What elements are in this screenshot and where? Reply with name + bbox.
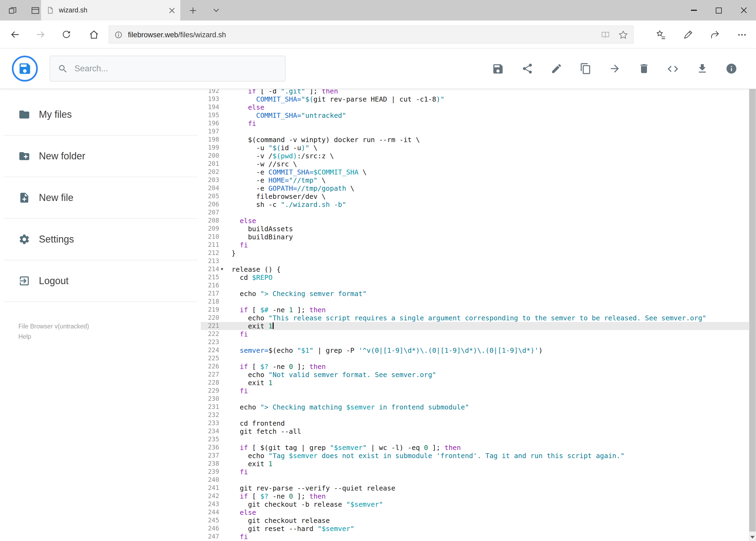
page-info-icon[interactable] — [115, 31, 123, 39]
filebrowser-logo[interactable] — [12, 56, 38, 82]
code-line[interactable]: 227 echo "Not valid semver format. See s… — [201, 370, 748, 378]
sidebar-item-new-folder[interactable]: New folder — [3, 136, 197, 177]
home-button[interactable] — [88, 28, 101, 41]
rename-button[interactable] — [550, 62, 563, 75]
sidebar-item-logout[interactable]: Logout — [3, 261, 197, 302]
code-line[interactable]: 231 echo "> Checking matching $semver in… — [201, 403, 748, 411]
code-line[interactable]: 223 — [201, 338, 748, 346]
code-line[interactable]: 207 — [201, 208, 748, 216]
code-line[interactable]: 222 fi — [201, 330, 748, 338]
code-line[interactable]: 224 semver=$(echo "$1" | grep -P '^v(0|[… — [201, 346, 748, 354]
code-line[interactable]: 208 else — [201, 216, 748, 225]
code-line[interactable]: 212} — [201, 249, 748, 257]
code-line[interactable]: 225 — [201, 354, 748, 362]
code-line[interactable]: 215 cd $REPO — [201, 273, 748, 281]
scroll-down-arrow[interactable] — [748, 533, 756, 541]
delete-button[interactable] — [637, 62, 650, 75]
address-bar[interactable]: filebrowser.web/files/wizard.sh — [109, 25, 634, 44]
code-line[interactable]: 221 exit 1 — [201, 322, 748, 330]
code-line[interactable]: 204 -e GOPATH=//tmp/gopath \ — [201, 184, 748, 192]
code-line[interactable]: 200 -v /$(pwd):/src:z \ — [201, 152, 748, 160]
code-line[interactable]: 196 fi — [201, 119, 748, 127]
code-line[interactable]: 220 echo "This release script requires a… — [201, 313, 748, 322]
tab-list-chevron-icon[interactable] — [212, 6, 220, 14]
fold-marker-icon[interactable]: ▾ — [221, 265, 223, 273]
source-code-button[interactable] — [666, 62, 679, 75]
hub-icon[interactable] — [654, 28, 667, 41]
more-options-icon[interactable] — [735, 28, 748, 41]
browser-tab[interactable]: wizard.sh — [41, 0, 180, 21]
forward-button[interactable] — [34, 28, 47, 41]
code-line[interactable]: 214▾release () { — [201, 265, 748, 273]
maximize-button[interactable] — [706, 0, 731, 21]
code-line[interactable]: 194 else — [201, 103, 748, 111]
code-line[interactable]: 211 fi — [201, 241, 748, 249]
page-scrollbar[interactable] — [748, 50, 756, 541]
code-line[interactable]: 238 exit 1 — [201, 459, 748, 467]
code-line[interactable]: 242 if [ $? -ne 0 ]; then — [201, 492, 748, 500]
close-button[interactable] — [731, 0, 756, 21]
code-line[interactable]: 195 COMMIT_SHA="untracked" — [201, 111, 748, 119]
code-line[interactable]: 197 — [201, 127, 748, 135]
code-line[interactable]: 198 $(command -v winpty) docker run --rm… — [201, 135, 748, 144]
code-line[interactable]: 230 — [201, 395, 748, 403]
code-line[interactable]: 210 buildBinary — [201, 233, 748, 241]
download-button[interactable] — [695, 62, 708, 75]
code-line[interactable]: 229 fi — [201, 386, 748, 395]
code-line[interactable]: 201 -w //src \ — [201, 160, 748, 168]
code-editor[interactable]: 192 if [ -d ".git" ]; then193 COMMIT_SHA… — [201, 89, 748, 541]
code-line[interactable]: 244 else — [201, 508, 748, 516]
code-line[interactable]: 219 if [ $# -ne 1 ]; then — [201, 305, 748, 313]
scrollbar-thumb[interactable] — [749, 58, 755, 531]
save-button[interactable] — [491, 62, 504, 75]
ink-workspace-icon[interactable] — [681, 28, 694, 41]
code-line[interactable]: 216 — [201, 281, 748, 289]
code-line[interactable]: 202 -e COMMIT_SHA=$COMMIT_SHA \ — [201, 168, 748, 176]
code-line[interactable]: 203 -e HOME="//tmp" \ — [201, 176, 748, 184]
help-link[interactable]: Help — [18, 332, 201, 342]
reading-view-icon[interactable] — [601, 30, 610, 39]
code-line[interactable]: 234 git fetch --all — [201, 427, 748, 435]
code-line[interactable]: 206 sh -c "./wizard.sh -b" — [201, 200, 748, 208]
new-tab-button[interactable] — [188, 5, 197, 15]
copy-button[interactable] — [579, 62, 592, 75]
code-line[interactable]: 199 -u "$(id -u)" \ — [201, 144, 748, 152]
search-input[interactable]: Search... — [50, 56, 286, 82]
code-line[interactable]: 240 — [201, 476, 748, 484]
code-line[interactable]: 235 — [201, 435, 748, 443]
sidebar-item-my-files[interactable]: My files — [3, 94, 197, 136]
tab-close-icon[interactable] — [169, 7, 175, 13]
move-button[interactable] — [608, 62, 621, 75]
set-tabs-aside-icon[interactable] — [8, 5, 17, 15]
code-line[interactable]: 245 git checkout release — [201, 516, 748, 524]
code-line[interactable]: 205 filebrowser/dev \ — [201, 192, 748, 200]
tabs-preview-icon[interactable] — [30, 5, 40, 15]
code-line[interactable]: 233 cd frontend — [201, 419, 748, 427]
code-line[interactable]: 236 if [ $(git tag | grep "$semver" | wc… — [201, 443, 748, 451]
refresh-button[interactable] — [60, 28, 73, 41]
sidebar-item-new-file[interactable]: New file — [3, 177, 197, 219]
code-line[interactable]: 192 if [ -d ".git" ]; then — [201, 89, 748, 95]
minimize-button[interactable] — [681, 0, 706, 21]
code-line[interactable]: 193 COMMIT_SHA="$(git rev-parse HEAD | c… — [201, 95, 748, 103]
code-line[interactable]: 228 exit 1 — [201, 378, 748, 386]
code-line[interactable]: 232 — [201, 411, 748, 419]
code-line[interactable]: 226 if [ $? -ne 0 ]; then — [201, 362, 748, 370]
share-icon[interactable] — [708, 28, 721, 41]
code-line[interactable]: 243 git checkout -b release "$semver" — [201, 500, 748, 508]
code-line[interactable]: 241 git rev-parse --verify --quiet relea… — [201, 484, 748, 492]
share-button[interactable] — [521, 62, 534, 75]
back-button[interactable] — [9, 28, 22, 41]
code-line[interactable]: 247 fi — [201, 532, 748, 540]
line-number: 212 — [201, 249, 219, 257]
sidebar-item-settings[interactable]: Settings — [3, 219, 197, 261]
code-line[interactable]: 239 fi — [201, 467, 748, 476]
code-line[interactable]: 246 git reset --hard "$semver" — [201, 524, 748, 532]
code-line[interactable]: 217 echo "> Checking semver format" — [201, 289, 748, 297]
add-favorite-star-icon[interactable] — [619, 30, 628, 39]
code-line[interactable]: 213 — [201, 257, 748, 265]
code-line[interactable]: 237 echo "Tag $semver does not exist in … — [201, 451, 748, 459]
code-line[interactable]: 209 buildAssets — [201, 225, 748, 233]
code-line[interactable]: 218 — [201, 297, 748, 305]
info-button[interactable] — [725, 62, 738, 75]
